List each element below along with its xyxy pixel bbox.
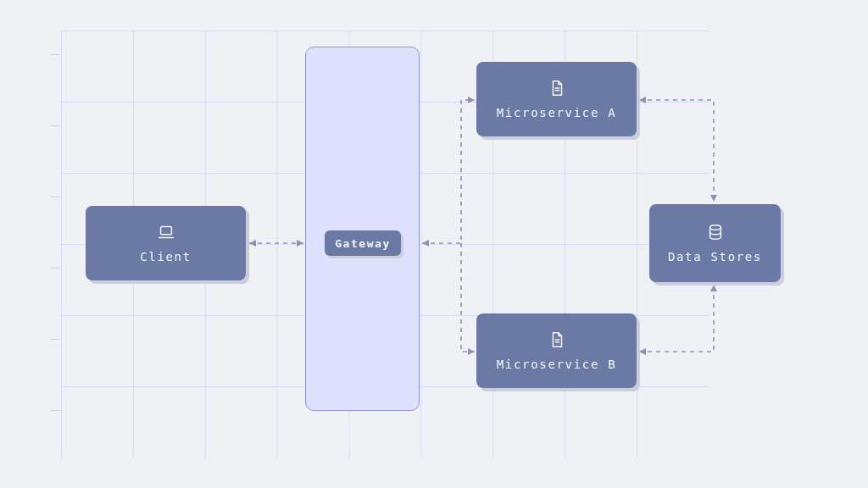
microservice-b-node: Microservice B <box>476 313 637 388</box>
gateway-label: Gateway <box>335 237 391 250</box>
client-node: Client <box>86 206 246 280</box>
svg-marker-7 <box>710 195 717 202</box>
laptop-icon <box>157 223 175 241</box>
svg-marker-8 <box>639 348 646 355</box>
svg-marker-1 <box>249 240 256 247</box>
svg-point-15 <box>709 225 721 230</box>
document-icon <box>548 330 566 349</box>
connector-microservice-a-data-stores <box>639 97 717 202</box>
gateway-node: Gateway <box>325 230 401 256</box>
microservice-b-label: Microservice B <box>497 358 617 371</box>
svg-rect-10 <box>160 227 171 235</box>
database-icon <box>706 223 725 241</box>
data-stores-label: Data Stores <box>668 250 762 263</box>
diagram-canvas: Client Gateway Microservice A Microser <box>0 0 868 488</box>
svg-marker-5 <box>468 348 475 355</box>
client-label: Client <box>140 250 192 263</box>
connector-microservice-b-data-stores <box>639 285 717 355</box>
document-icon <box>548 79 566 97</box>
svg-marker-3 <box>422 240 429 247</box>
connector-gateway-microservice-b <box>461 243 475 355</box>
microservice-a-node: Microservice A <box>476 62 637 136</box>
svg-marker-6 <box>639 97 646 103</box>
connector-gateway-microservice-a <box>422 97 475 247</box>
svg-marker-9 <box>710 285 717 291</box>
svg-marker-4 <box>468 97 475 103</box>
microservice-a-label: Microservice A <box>497 106 617 119</box>
connector-client-gateway <box>249 240 303 247</box>
svg-marker-2 <box>297 240 303 247</box>
gateway-container <box>305 47 420 411</box>
data-stores-node: Data Stores <box>649 204 781 282</box>
